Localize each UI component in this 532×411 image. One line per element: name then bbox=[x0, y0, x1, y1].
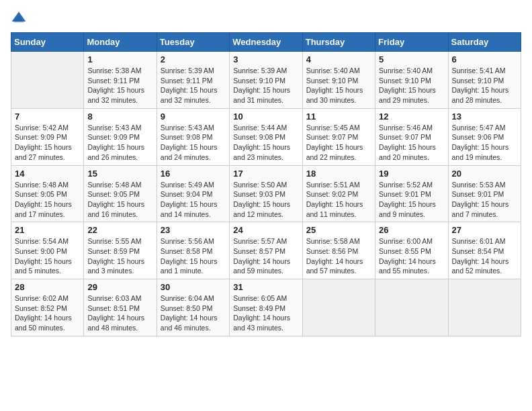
day-info: Sunrise: 5:54 AM Sunset: 9:00 PM Dayligh… bbox=[15, 236, 80, 276]
day-info: Sunrise: 5:47 AM Sunset: 9:06 PM Dayligh… bbox=[452, 123, 517, 163]
calendar-cell: 31Sunrise: 6:05 AM Sunset: 8:49 PM Dayli… bbox=[230, 279, 302, 336]
day-number: 13 bbox=[452, 111, 517, 122]
calendar-cell: 15Sunrise: 5:48 AM Sunset: 9:05 PM Dayli… bbox=[84, 165, 157, 222]
day-number: 12 bbox=[379, 111, 444, 122]
calendar-header-row: SundayMondayTuesdayWednesdayThursdayFrid… bbox=[11, 33, 521, 52]
day-number: 23 bbox=[161, 225, 226, 235]
calendar-cell: 30Sunrise: 6:04 AM Sunset: 8:50 PM Dayli… bbox=[157, 279, 229, 336]
day-number: 19 bbox=[379, 169, 444, 179]
calendar-cell: 21Sunrise: 5:54 AM Sunset: 9:00 PM Dayli… bbox=[11, 222, 84, 279]
day-info: Sunrise: 5:48 AM Sunset: 9:05 PM Dayligh… bbox=[87, 180, 152, 220]
day-number: 17 bbox=[233, 169, 298, 179]
calendar-cell bbox=[448, 279, 521, 336]
day-of-week-header: Thursday bbox=[302, 33, 375, 52]
day-info: Sunrise: 5:45 AM Sunset: 9:07 PM Dayligh… bbox=[306, 123, 371, 163]
day-number: 29 bbox=[87, 282, 152, 292]
day-info: Sunrise: 5:57 AM Sunset: 8:57 PM Dayligh… bbox=[233, 236, 298, 276]
calendar-cell bbox=[302, 279, 375, 336]
calendar-cell bbox=[11, 52, 84, 109]
calendar-cell: 25Sunrise: 5:58 AM Sunset: 8:56 PM Dayli… bbox=[302, 222, 375, 279]
day-info: Sunrise: 5:50 AM Sunset: 9:03 PM Dayligh… bbox=[233, 180, 298, 220]
day-info: Sunrise: 5:49 AM Sunset: 9:04 PM Dayligh… bbox=[161, 180, 226, 220]
day-info: Sunrise: 6:03 AM Sunset: 8:51 PM Dayligh… bbox=[87, 293, 152, 333]
day-number: 30 bbox=[161, 282, 226, 292]
day-number: 26 bbox=[379, 225, 444, 235]
calendar-cell: 10Sunrise: 5:44 AM Sunset: 9:08 PM Dayli… bbox=[230, 108, 302, 165]
day-number: 18 bbox=[306, 169, 371, 179]
day-of-week-header: Monday bbox=[84, 33, 157, 52]
calendar-cell: 14Sunrise: 5:48 AM Sunset: 9:05 PM Dayli… bbox=[11, 165, 84, 222]
calendar-cell: 18Sunrise: 5:51 AM Sunset: 9:02 PM Dayli… bbox=[302, 165, 375, 222]
day-number: 28 bbox=[15, 282, 80, 292]
day-number: 4 bbox=[306, 54, 371, 64]
calendar-cell: 26Sunrise: 6:00 AM Sunset: 8:55 PM Dayli… bbox=[375, 222, 448, 279]
page-header bbox=[11, 11, 521, 27]
day-number: 24 bbox=[233, 225, 298, 235]
calendar-cell: 5Sunrise: 5:40 AM Sunset: 9:10 PM Daylig… bbox=[375, 52, 448, 109]
calendar-cell: 2Sunrise: 5:39 AM Sunset: 9:11 PM Daylig… bbox=[157, 52, 229, 109]
day-number: 11 bbox=[306, 111, 371, 122]
day-info: Sunrise: 5:38 AM Sunset: 9:11 PM Dayligh… bbox=[87, 66, 152, 105]
day-info: Sunrise: 5:39 AM Sunset: 9:11 PM Dayligh… bbox=[161, 66, 226, 105]
calendar-cell: 3Sunrise: 5:39 AM Sunset: 9:10 PM Daylig… bbox=[230, 52, 302, 109]
calendar-cell: 11Sunrise: 5:45 AM Sunset: 9:07 PM Dayli… bbox=[302, 108, 375, 165]
day-info: Sunrise: 6:01 AM Sunset: 8:54 PM Dayligh… bbox=[452, 236, 517, 276]
day-info: Sunrise: 6:04 AM Sunset: 8:50 PM Dayligh… bbox=[161, 293, 226, 333]
day-info: Sunrise: 5:44 AM Sunset: 9:08 PM Dayligh… bbox=[233, 123, 298, 163]
logo-icon bbox=[11, 11, 27, 27]
calendar-week-row: 7Sunrise: 5:42 AM Sunset: 9:09 PM Daylig… bbox=[11, 108, 521, 165]
day-of-week-header: Friday bbox=[375, 33, 448, 52]
day-info: Sunrise: 5:53 AM Sunset: 9:01 PM Dayligh… bbox=[452, 180, 517, 220]
day-of-week-header: Saturday bbox=[448, 33, 521, 52]
day-info: Sunrise: 5:40 AM Sunset: 9:10 PM Dayligh… bbox=[379, 66, 444, 105]
day-number: 25 bbox=[306, 225, 371, 235]
day-number: 27 bbox=[452, 225, 517, 235]
day-info: Sunrise: 5:52 AM Sunset: 9:01 PM Dayligh… bbox=[379, 180, 444, 220]
day-of-week-header: Sunday bbox=[11, 33, 84, 52]
day-number: 1 bbox=[87, 54, 152, 64]
calendar-cell: 12Sunrise: 5:46 AM Sunset: 9:07 PM Dayli… bbox=[375, 108, 448, 165]
calendar-cell: 27Sunrise: 6:01 AM Sunset: 8:54 PM Dayli… bbox=[448, 222, 521, 279]
day-info: Sunrise: 5:56 AM Sunset: 8:58 PM Dayligh… bbox=[161, 236, 226, 276]
calendar-cell: 20Sunrise: 5:53 AM Sunset: 9:01 PM Dayli… bbox=[448, 165, 521, 222]
calendar-cell: 16Sunrise: 5:49 AM Sunset: 9:04 PM Dayli… bbox=[157, 165, 229, 222]
calendar-week-row: 21Sunrise: 5:54 AM Sunset: 9:00 PM Dayli… bbox=[11, 222, 521, 279]
calendar-cell: 24Sunrise: 5:57 AM Sunset: 8:57 PM Dayli… bbox=[230, 222, 302, 279]
day-number: 31 bbox=[233, 282, 298, 292]
calendar-cell: 8Sunrise: 5:43 AM Sunset: 9:09 PM Daylig… bbox=[84, 108, 157, 165]
calendar-cell: 9Sunrise: 5:43 AM Sunset: 9:08 PM Daylig… bbox=[157, 108, 229, 165]
day-number: 16 bbox=[161, 169, 226, 179]
day-info: Sunrise: 6:02 AM Sunset: 8:52 PM Dayligh… bbox=[15, 293, 80, 333]
calendar-cell: 4Sunrise: 5:40 AM Sunset: 9:10 PM Daylig… bbox=[302, 52, 375, 109]
day-info: Sunrise: 5:43 AM Sunset: 9:08 PM Dayligh… bbox=[161, 123, 226, 163]
day-info: Sunrise: 5:40 AM Sunset: 9:10 PM Dayligh… bbox=[306, 66, 371, 105]
calendar-week-row: 1Sunrise: 5:38 AM Sunset: 9:11 PM Daylig… bbox=[11, 52, 521, 109]
calendar-cell bbox=[375, 279, 448, 336]
day-of-week-header: Wednesday bbox=[230, 33, 302, 52]
day-number: 21 bbox=[15, 225, 80, 235]
calendar-cell: 6Sunrise: 5:41 AM Sunset: 9:10 PM Daylig… bbox=[448, 52, 521, 109]
day-number: 2 bbox=[161, 54, 226, 64]
logo[interactable] bbox=[11, 11, 30, 27]
calendar-cell: 22Sunrise: 5:55 AM Sunset: 8:59 PM Dayli… bbox=[84, 222, 157, 279]
calendar-cell: 29Sunrise: 6:03 AM Sunset: 8:51 PM Dayli… bbox=[84, 279, 157, 336]
calendar-cell: 1Sunrise: 5:38 AM Sunset: 9:11 PM Daylig… bbox=[84, 52, 157, 109]
calendar-cell: 23Sunrise: 5:56 AM Sunset: 8:58 PM Dayli… bbox=[157, 222, 229, 279]
day-info: Sunrise: 5:55 AM Sunset: 8:59 PM Dayligh… bbox=[87, 236, 152, 276]
day-info: Sunrise: 5:43 AM Sunset: 9:09 PM Dayligh… bbox=[87, 123, 152, 163]
calendar-week-row: 28Sunrise: 6:02 AM Sunset: 8:52 PM Dayli… bbox=[11, 279, 521, 336]
calendar-cell: 7Sunrise: 5:42 AM Sunset: 9:09 PM Daylig… bbox=[11, 108, 84, 165]
day-info: Sunrise: 5:42 AM Sunset: 9:09 PM Dayligh… bbox=[15, 123, 80, 163]
day-number: 14 bbox=[15, 169, 80, 179]
day-info: Sunrise: 5:51 AM Sunset: 9:02 PM Dayligh… bbox=[306, 180, 371, 220]
day-of-week-header: Tuesday bbox=[157, 33, 229, 52]
day-info: Sunrise: 5:41 AM Sunset: 9:10 PM Dayligh… bbox=[452, 66, 517, 105]
day-info: Sunrise: 5:58 AM Sunset: 8:56 PM Dayligh… bbox=[306, 236, 371, 276]
calendar-cell: 28Sunrise: 6:02 AM Sunset: 8:52 PM Dayli… bbox=[11, 279, 84, 336]
day-number: 9 bbox=[161, 111, 226, 122]
calendar-week-row: 14Sunrise: 5:48 AM Sunset: 9:05 PM Dayli… bbox=[11, 165, 521, 222]
day-info: Sunrise: 6:00 AM Sunset: 8:55 PM Dayligh… bbox=[379, 236, 444, 276]
day-number: 22 bbox=[87, 225, 152, 235]
day-number: 15 bbox=[87, 169, 152, 179]
day-number: 10 bbox=[233, 111, 298, 122]
